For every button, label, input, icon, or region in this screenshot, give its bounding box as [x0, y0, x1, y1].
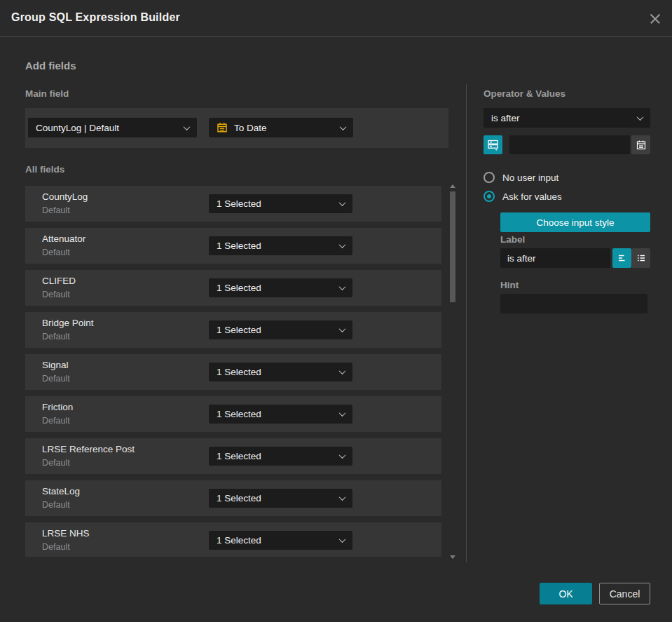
- choose-input-style-button[interactable]: Choose input style: [500, 212, 650, 232]
- field-sublabel: Default: [42, 416, 70, 426]
- all-fields-label: All fields: [25, 164, 64, 175]
- cancel-button[interactable]: Cancel: [599, 583, 650, 604]
- field-selected-dropdown[interactable]: 1 Selected: [209, 447, 352, 466]
- scroll-up-arrow-icon[interactable]: [450, 184, 455, 188]
- hint-field-label: Hint: [500, 280, 519, 290]
- selected-count: 1 Selected: [217, 241, 340, 251]
- selected-count: 1 Selected: [217, 198, 340, 209]
- vertical-divider: [466, 84, 467, 562]
- date-picker-button[interactable]: [631, 135, 650, 154]
- field-name: Attenuator: [42, 234, 85, 244]
- chevron-down-icon: [339, 536, 346, 543]
- field-name: Signal: [42, 360, 69, 370]
- chevron-down-icon: [339, 283, 346, 290]
- field-sublabel: Default: [42, 542, 70, 552]
- radio-no-user-input[interactable]: No user input: [484, 172, 558, 183]
- radio-button[interactable]: [484, 191, 495, 202]
- field-name: Bridge Point: [42, 318, 94, 328]
- date-mode-select-value: To Date: [234, 123, 334, 133]
- field-selected-dropdown[interactable]: 1 Selected: [209, 278, 352, 297]
- chevron-down-icon: [339, 410, 346, 417]
- field-row: Signal Default 1 Selected: [25, 354, 441, 390]
- chevron-down-icon: [340, 123, 347, 130]
- selected-count: 1 Selected: [217, 451, 340, 461]
- chevron-down-icon: [339, 241, 346, 248]
- main-field-label: Main field: [25, 88, 69, 99]
- field-selected-dropdown[interactable]: 1 Selected: [209, 320, 352, 339]
- selected-count: 1 Selected: [217, 325, 340, 335]
- chevron-down-icon: [339, 199, 346, 206]
- radio-ask-for-values[interactable]: Ask for values: [484, 191, 562, 202]
- chevron-down-icon: [339, 452, 346, 459]
- field-row: StateLog Default 1 Selected: [25, 480, 441, 516]
- field-sublabel: Default: [42, 500, 70, 510]
- close-icon[interactable]: [648, 12, 662, 26]
- fields-scrollbar[interactable]: [449, 182, 456, 562]
- field-selected-dropdown[interactable]: 1 Selected: [209, 531, 352, 550]
- field-selected-dropdown[interactable]: 1 Selected: [209, 405, 352, 424]
- scroll-down-arrow-icon[interactable]: [450, 555, 455, 559]
- main-field-panel: CountyLog | Default To Date: [25, 108, 448, 148]
- main-field-select-value: CountyLog | Default: [36, 123, 184, 133]
- group-sql-expression-builder-dialog: Group SQL Expression Builder Add fields …: [0, 0, 672, 622]
- selected-count: 1 Selected: [217, 535, 340, 546]
- chevron-down-icon: [339, 325, 346, 332]
- dialog-header: Group SQL Expression Builder: [0, 0, 672, 37]
- radio-label: Ask for values: [502, 191, 562, 202]
- field-name: StateLog: [42, 486, 80, 496]
- list-style-button[interactable]: [631, 248, 650, 268]
- scrollbar-thumb[interactable]: [450, 191, 455, 302]
- field-row: CountyLog Default 1 Selected: [25, 186, 441, 222]
- field-row: LRSE Reference Post Default 1 Selected: [25, 438, 441, 474]
- operator-values-heading: Operator & Values: [484, 88, 565, 99]
- field-name: LRSE NHS: [42, 528, 90, 539]
- dialog-title: Group SQL Expression Builder: [11, 11, 180, 24]
- field-sublabel: Default: [42, 248, 70, 257]
- stacked-values-icon: [487, 139, 499, 151]
- operator-select-value: is after: [491, 113, 638, 123]
- selected-count: 1 Selected: [217, 367, 340, 377]
- ok-button[interactable]: OK: [540, 583, 592, 604]
- field-sublabel: Default: [42, 374, 70, 384]
- selected-count: 1 Selected: [217, 409, 340, 419]
- calendar-icon: [217, 122, 228, 133]
- bulleted-list-icon: [636, 252, 647, 264]
- calendar-icon: [636, 140, 647, 151]
- chevron-down-icon: [184, 123, 191, 130]
- field-selected-dropdown[interactable]: 1 Selected: [209, 194, 352, 213]
- radio-button[interactable]: [484, 172, 495, 183]
- field-name: Friction: [42, 402, 73, 412]
- label-input[interactable]: [500, 248, 610, 268]
- field-selected-dropdown[interactable]: 1 Selected: [209, 236, 352, 255]
- field-name: LRSE Reference Post: [42, 444, 135, 454]
- single-line-style-button[interactable]: [612, 248, 631, 268]
- field-row: LRSE NHS Default 1 Selected: [25, 522, 441, 557]
- field-name: CountyLog: [42, 191, 88, 202]
- field-selected-dropdown[interactable]: 1 Selected: [209, 363, 352, 381]
- main-field-select[interactable]: CountyLog | Default: [28, 118, 197, 137]
- field-selected-dropdown[interactable]: 1 Selected: [209, 489, 352, 508]
- chevron-down-icon: [339, 367, 346, 374]
- align-left-lines-icon: [617, 252, 628, 264]
- value-input[interactable]: [509, 135, 630, 154]
- radio-label: No user input: [502, 173, 558, 183]
- selected-count: 1 Selected: [217, 493, 340, 503]
- hint-input[interactable]: [500, 294, 647, 313]
- field-row: Bridge Point Default 1 Selected: [25, 312, 441, 348]
- selected-count: 1 Selected: [217, 283, 340, 293]
- date-mode-select[interactable]: To Date: [209, 118, 353, 137]
- chevron-down-icon: [339, 494, 346, 501]
- operator-select[interactable]: is after: [484, 108, 650, 128]
- field-sublabel: Default: [42, 458, 70, 468]
- value-mode-toggle-button[interactable]: [484, 135, 502, 154]
- label-field-label: Label: [500, 234, 525, 245]
- add-fields-heading: Add fields: [25, 60, 76, 72]
- field-row: Attenuator Default 1 Selected: [25, 228, 441, 264]
- field-sublabel: Default: [42, 205, 70, 215]
- field-sublabel: Default: [42, 290, 70, 299]
- field-name: CLIFED: [42, 276, 76, 286]
- field-row: CLIFED Default 1 Selected: [25, 270, 441, 306]
- field-row: Friction Default 1 Selected: [25, 396, 441, 432]
- chevron-down-icon: [637, 114, 644, 121]
- field-sublabel: Default: [42, 332, 70, 342]
